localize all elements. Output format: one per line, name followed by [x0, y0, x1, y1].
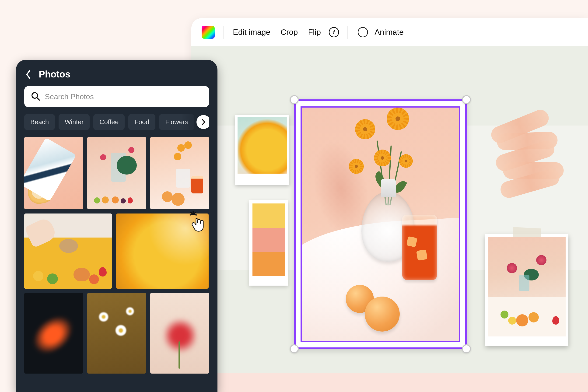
chip-scroll-right-button[interactable] [196, 115, 209, 129]
palette-swatch [252, 204, 285, 228]
flip-button[interactable]: Flip [307, 26, 322, 38]
palette-swatch [252, 228, 285, 252]
panel-header: Photos [24, 69, 209, 80]
polaroid-yellow-flower[interactable] [235, 115, 289, 185]
photo-thumbnail[interactable] [150, 137, 209, 209]
resize-handle-top-left[interactable] [290, 95, 299, 104]
photo-grid [24, 137, 209, 374]
editor-toolbar: Edit image Crop Flip Animate [191, 18, 588, 46]
panel-title: Photos [39, 69, 70, 80]
palette-swatch [252, 252, 285, 276]
category-chip[interactable]: Beach [24, 114, 55, 130]
chevron-right-icon [201, 119, 206, 125]
svg-line-1 [37, 98, 40, 100]
category-chip[interactable]: Flowers [159, 114, 194, 130]
toolbar-separator [348, 26, 348, 39]
animate-icon [358, 27, 368, 38]
polaroid-photo [488, 237, 566, 336]
canvas-area[interactable] [191, 46, 588, 392]
resize-handle-bottom-right[interactable] [462, 344, 471, 353]
selection-outline-inner [300, 106, 460, 342]
photo-thumbnail[interactable] [24, 293, 83, 374]
polaroid-fruit-stilllife[interactable] [485, 234, 568, 346]
edit-image-button[interactable]: Edit image [232, 26, 271, 38]
resize-handle-bottom-left[interactable] [290, 344, 299, 353]
category-chip[interactable]: Winter [58, 114, 90, 130]
color-palette-card[interactable] [249, 200, 288, 286]
category-chip-row: Beach Winter Coffee Food Flowers W [24, 114, 209, 130]
canvas-bottom-strip [191, 373, 588, 392]
category-chip[interactable]: Food [128, 114, 156, 130]
color-picker-button[interactable] [202, 26, 215, 39]
photos-panel: Photos Beach Winter Coffee Food Flowers … [16, 60, 218, 392]
category-chip[interactable]: Coffee [93, 114, 124, 130]
photo-thumbnail[interactable] [87, 137, 146, 209]
search-input[interactable] [45, 86, 202, 107]
toolbar-separator [223, 26, 224, 39]
photo-thumbnail[interactable] [24, 137, 83, 209]
info-icon[interactable] [329, 27, 339, 37]
resize-handle-top-right[interactable] [462, 95, 471, 104]
selected-image-frame[interactable] [294, 100, 467, 349]
brush-stroke-graphic[interactable] [488, 113, 562, 197]
search-icon [31, 92, 40, 102]
photo-thumbnail[interactable] [24, 214, 112, 289]
photo-thumbnail[interactable] [87, 293, 146, 374]
photo-thumbnail[interactable] [116, 214, 208, 289]
search-field[interactable] [24, 86, 209, 107]
editor-window: Edit image Crop Flip Animate [191, 18, 588, 392]
polaroid-photo [238, 117, 287, 174]
back-button[interactable] [24, 70, 32, 78]
svg-point-0 [32, 93, 38, 98]
photo-thumbnail[interactable] [150, 293, 209, 374]
animate-button[interactable]: Animate [374, 26, 404, 38]
crop-button[interactable]: Crop [280, 26, 299, 38]
